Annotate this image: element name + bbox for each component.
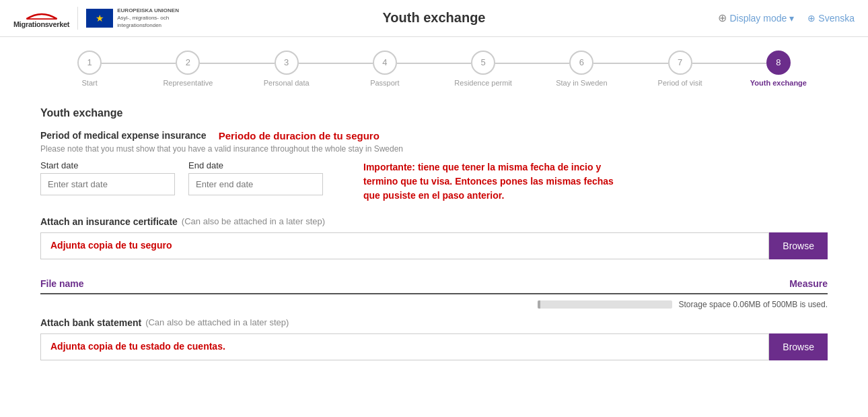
attach-bank-group: Attach bank statement (Can also be attac… (40, 317, 828, 360)
step-circle-6: 6 (569, 51, 593, 75)
step-label-3: Personal data (264, 79, 310, 87)
stepper: 1 Start 2 Representative 3 Personal data… (0, 37, 868, 94)
chevron-down-icon: ▾ (789, 13, 794, 24)
migrationsverket-logo: Migrationsverket (13, 8, 69, 28)
attach-insurance-label: Attach an insurance certificate (40, 216, 178, 227)
attach-insurance-group: Attach an insurance certificate (Can als… (40, 216, 828, 259)
step-5[interactable]: 5 Residence permit (434, 51, 532, 87)
attach-bank-label: Attach bank statement (40, 317, 141, 328)
insurance-browse-button[interactable]: Browse (769, 232, 828, 259)
eu-logo: ★ EUROPEISKA UNIONEN Asyl-, migrations- … (77, 7, 179, 30)
file-table-header: File name Measure (40, 273, 828, 294)
display-mode-label: Display mode (729, 13, 787, 24)
step-label-2: Representative (163, 79, 213, 87)
insurance-field-group: Period of medical expense insurance Peri… (40, 130, 828, 203)
svenska-button[interactable]: ⊕ Svenska (807, 13, 855, 24)
insurance-file-input[interactable]: Adjunta copia de tu seguro (40, 232, 769, 259)
step-circle-2: 2 (176, 51, 200, 75)
attach-bank-note: (Can also be attached in a later step) (145, 317, 289, 327)
step-circle-3: 3 (275, 51, 299, 75)
step-circle-1: 1 (77, 51, 102, 75)
insurance-label: Period of medical expense insurance (40, 130, 207, 141)
start-date-input[interactable] (40, 173, 175, 195)
page-title: Youth exchange (383, 10, 486, 26)
storage-bar (538, 300, 672, 309)
storage-text: Storage space 0.06MB of 500MB is used. (679, 300, 828, 309)
bank-file-input[interactable]: Adjunta copia de tu estado de cuentas. (40, 333, 769, 360)
step-7[interactable]: 7 Period of visit (631, 51, 729, 87)
logo-area: Migrationsverket ★ EUROPEISKA UNIONEN As… (13, 7, 179, 30)
step-label-8: Youth exchange (750, 79, 807, 87)
attach-insurance-row: Attach an insurance certificate (Can als… (40, 216, 828, 227)
globe2-icon: ⊕ (807, 13, 816, 24)
eu-text: EUROPEISKA UNIONEN Asyl-, migrations- oc… (117, 7, 179, 30)
step-2[interactable]: 2 Representative (139, 51, 237, 87)
step-label-4: Passport (370, 79, 399, 87)
insurance-annotation: Periodo de duracion de tu seguro (219, 130, 379, 141)
bank-browse-button[interactable]: Browse (769, 333, 828, 360)
bank-file-placeholder: Adjunta copia de tu estado de cuentas. (50, 341, 225, 352)
insurance-upload-row: Adjunta copia de tu seguro Browse (40, 232, 828, 259)
globe-icon: ⊕ (718, 11, 727, 24)
header: Migrationsverket ★ EUROPEISKA UNIONEN As… (0, 0, 868, 37)
section-title: Youth exchange (40, 107, 828, 119)
measure-header: Measure (789, 278, 828, 289)
important-annotation: Importante: tiene que tener la misma fec… (363, 160, 619, 203)
logo-text: Migrationsverket (13, 20, 69, 28)
step-8[interactable]: 8 Youth exchange (729, 51, 828, 87)
end-date-field: End date (188, 160, 323, 195)
step-circle-4: 4 (373, 51, 397, 75)
step-circle-8: 8 (766, 51, 791, 75)
step-3[interactable]: 3 Personal data (238, 51, 336, 87)
step-circle-7: 7 (668, 51, 692, 75)
storage-row: Storage space 0.06MB of 500MB is used. (40, 300, 828, 309)
step-label-1: Start (82, 79, 98, 87)
step-4[interactable]: 4 Passport (336, 51, 434, 87)
start-date-label: Start date (40, 160, 175, 170)
end-date-input[interactable] (188, 173, 323, 195)
logo-arch-icon (22, 8, 62, 20)
step-label-7: Period of visit (658, 79, 702, 87)
attach-insurance-note: (Can also be attached in a later step) (182, 216, 325, 226)
main-content: Youth exchange Period of medical expense… (0, 94, 868, 387)
insurance-hint: Please note that you must show that you … (40, 144, 828, 154)
storage-bar-fill (538, 300, 540, 309)
display-mode-button[interactable]: ⊕ Display mode ▾ (718, 11, 794, 24)
step-6[interactable]: 6 Stay in Sweden (532, 51, 630, 87)
attach-bank-row: Attach bank statement (Can also be attac… (40, 317, 828, 328)
svenska-label: Svenska (818, 13, 855, 24)
file-name-header: File name (40, 278, 84, 289)
step-1[interactable]: 1 Start (40, 51, 139, 87)
step-circle-5: 5 (471, 51, 495, 75)
step-label-6: Stay in Sweden (556, 79, 607, 87)
header-right: ⊕ Display mode ▾ ⊕ Svenska (718, 11, 855, 24)
insurance-file-placeholder: Adjunta copia de tu seguro (50, 240, 172, 251)
eu-flag-icon: ★ (86, 9, 113, 28)
end-date-label: End date (188, 160, 323, 170)
step-label-5: Residence permit (454, 79, 512, 87)
bank-upload-row: Adjunta copia de tu estado de cuentas. B… (40, 333, 828, 360)
start-date-field: Start date (40, 160, 175, 195)
